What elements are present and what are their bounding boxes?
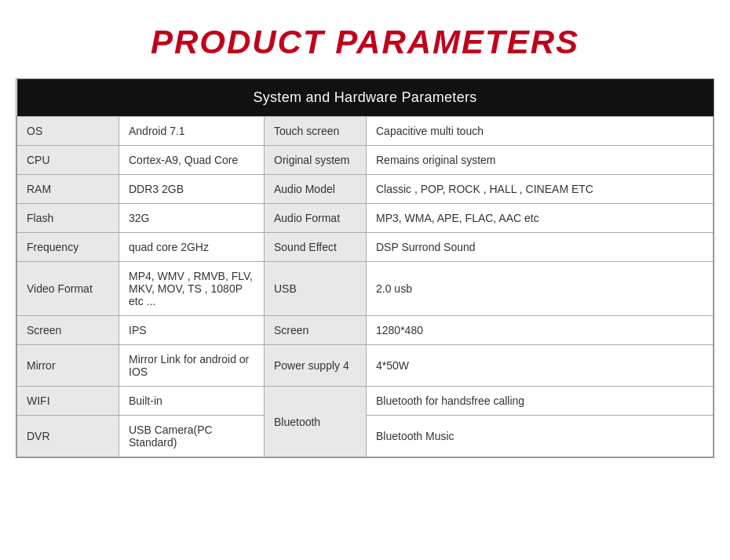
table-row: Mirror Mirror Link for android or IOS Po… xyxy=(17,345,714,387)
page-title: PRODUCT PARAMETERS xyxy=(151,24,579,61)
table-row: CPU Cortex-A9, Quad Core Original system… xyxy=(17,146,714,175)
label-original-system: Original system xyxy=(265,146,367,175)
value-flash: 32G xyxy=(119,204,265,233)
value-screen-left: IPS xyxy=(119,316,265,345)
value-os: Android 7.1 xyxy=(119,117,265,146)
table-row: Frequency quad core 2GHz Sound Effect DS… xyxy=(17,233,714,262)
table-row: Video Format MP4, WMV , RMVB, FLV, MKV, … xyxy=(17,262,714,316)
value-bluetooth-1: Bluetooth for handsfree calling xyxy=(367,387,714,416)
value-bluetooth-2: Bluetooth Music xyxy=(367,416,714,457)
table-header-row: System and Hardware Parameters xyxy=(17,79,714,117)
value-frequency: quad core 2GHz xyxy=(119,233,265,262)
value-wifi: Built-in xyxy=(119,387,265,416)
value-touchscreen: Capacitive multi touch xyxy=(367,117,714,146)
parameters-table: System and Hardware Parameters OS Androi… xyxy=(16,78,714,458)
value-mirror: Mirror Link for android or IOS xyxy=(119,345,265,387)
label-audio-format: Audio Format xyxy=(265,204,367,233)
label-frequency: Frequency xyxy=(17,233,119,262)
label-ram: RAM xyxy=(17,175,119,204)
label-wifi: WIFI xyxy=(17,387,119,416)
label-flash: Flash xyxy=(17,204,119,233)
label-audio-model: Audio Model xyxy=(265,175,367,204)
value-audio-model: Classic , POP, ROCK , HALL , CINEAM ETC xyxy=(367,175,714,204)
label-mirror: Mirror xyxy=(17,345,119,387)
label-touchscreen: Touch screen xyxy=(265,117,367,146)
table-row: Screen IPS Screen 1280*480 xyxy=(17,316,714,345)
value-ram: DDR3 2GB xyxy=(119,175,265,204)
value-screen-right: 1280*480 xyxy=(367,316,714,345)
label-screen-right: Screen xyxy=(265,316,367,345)
value-usb: 2.0 usb xyxy=(367,262,714,316)
label-usb: USB xyxy=(265,262,367,316)
label-power-supply: Power supply 4 xyxy=(265,345,367,387)
label-cpu: CPU xyxy=(17,146,119,175)
value-sound-effect: DSP Surrond Sound xyxy=(367,233,714,262)
table-row: WIFI Built-in Bluetooth Bluetooth for ha… xyxy=(17,387,714,416)
label-screen-left: Screen xyxy=(17,316,119,345)
table-row: RAM DDR3 2GB Audio Model Classic , POP, … xyxy=(17,175,714,204)
value-power-supply: 4*50W xyxy=(367,345,714,387)
label-os: OS xyxy=(17,117,119,146)
label-dvr: DVR xyxy=(17,416,119,457)
label-sound-effect: Sound Effect xyxy=(265,233,367,262)
table-row: OS Android 7.1 Touch screen Capacitive m… xyxy=(17,117,714,146)
value-original-system: Remains original system xyxy=(367,146,714,175)
table-row: Flash 32G Audio Format MP3, WMA, APE, FL… xyxy=(17,204,714,233)
value-dvr: USB Camera(PC Standard) xyxy=(119,416,265,457)
table-header: System and Hardware Parameters xyxy=(17,79,714,117)
value-video-format: MP4, WMV , RMVB, FLV, MKV, MOV, TS , 108… xyxy=(119,262,265,316)
value-audio-format: MP3, WMA, APE, FLAC, AAC etc xyxy=(367,204,714,233)
label-bluetooth: Bluetooth xyxy=(265,387,367,457)
label-video-format: Video Format xyxy=(17,262,119,316)
value-cpu: Cortex-A9, Quad Core xyxy=(119,146,265,175)
